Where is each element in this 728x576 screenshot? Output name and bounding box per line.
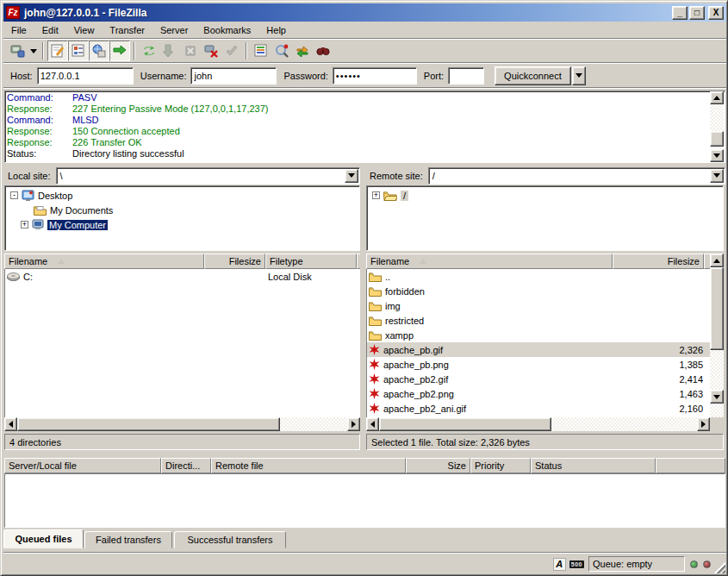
scroll-up-button[interactable] [710, 254, 724, 267]
scroll-up-button[interactable] [710, 91, 724, 104]
tree-item-my-computer[interactable]: + My Computer [5, 217, 359, 232]
password-input[interactable] [333, 67, 417, 85]
title-bar[interactable]: Fz john@127.0.0.1 - FileZilla _ □ X [3, 3, 726, 22]
menu-help[interactable]: Help [258, 23, 294, 37]
file-name: apache_pb2.gif [383, 374, 624, 385]
column-header-status[interactable]: Status [531, 458, 656, 473]
scroll-left-button[interactable] [4, 417, 17, 431]
tree-item-root[interactable]: + / [367, 188, 723, 203]
scroll-left-button[interactable] [366, 417, 379, 431]
image-file-icon [369, 403, 380, 414]
scrollbar-thumb[interactable] [379, 417, 551, 431]
remote-file-row[interactable]: apache_pb2.png1,463 [367, 386, 710, 401]
remote-vscrollbar[interactable] [710, 254, 724, 417]
column-header-filetype[interactable]: Filetype [265, 254, 357, 269]
toolbar [3, 40, 726, 62]
column-header-filesize[interactable]: Filesize [613, 254, 704, 269]
remote-site-combo[interactable]: / [428, 167, 725, 185]
scroll-down-button[interactable] [710, 149, 724, 162]
local-site-dropdown[interactable] [345, 169, 358, 183]
file-name: .. [385, 272, 624, 282]
tab-failed-transfers[interactable]: Failed transfers [84, 531, 172, 548]
local-hscrollbar[interactable] [4, 417, 360, 431]
password-label: Password: [283, 71, 327, 81]
maximize-button[interactable]: □ [689, 6, 705, 20]
scroll-down-button[interactable] [710, 390, 724, 404]
tree-item-desktop[interactable]: - Desktop [5, 188, 359, 203]
toggle-log-view-button[interactable] [47, 41, 68, 61]
disconnect-button[interactable] [201, 41, 221, 61]
remote-file-row[interactable]: .. [367, 269, 710, 284]
column-header-lastmodified[interactable]: L [357, 254, 360, 269]
remote-file-row-selected[interactable]: apache_pb.gif2,326 [367, 342, 710, 357]
column-header-priority[interactable]: Priority [470, 458, 531, 473]
synchronized-browsing-button[interactable] [292, 41, 313, 61]
log-scrollbar[interactable] [710, 91, 724, 162]
column-header-direction[interactable]: Directi... [161, 458, 211, 473]
port-input[interactable] [448, 67, 484, 85]
remote-file-row[interactable]: apache_pb2_ani.gif2,160 [367, 401, 710, 416]
toggle-local-tree-button[interactable] [68, 41, 89, 61]
toggle-queue-view-button[interactable] [109, 41, 130, 61]
column-header-filename[interactable]: Filename [4, 254, 204, 269]
column-header-filesize[interactable]: Filesize [204, 254, 265, 269]
menu-transfer[interactable]: Transfer [102, 23, 152, 37]
log-line: Response:226 Transfer OK [7, 137, 723, 148]
menu-bookmarks[interactable]: Bookmarks [196, 23, 258, 37]
queue-size-status: Queue: empty [588, 556, 685, 572]
remote-list-header: Filename Filesize [366, 254, 710, 269]
expand-icon[interactable]: + [372, 191, 380, 199]
refresh-button[interactable] [139, 41, 159, 61]
collapse-icon[interactable]: - [10, 191, 18, 199]
file-size: 1,463 [624, 389, 710, 399]
column-header-filename[interactable]: Filename [366, 254, 613, 269]
menu-server[interactable]: Server [152, 23, 196, 37]
username-input[interactable] [190, 67, 277, 85]
directory-comparison-button[interactable] [271, 41, 292, 61]
resize-grip[interactable] [714, 562, 725, 573]
column-header-size[interactable]: Size [406, 458, 470, 473]
search-button[interactable] [313, 41, 333, 61]
reconnect-button[interactable] [221, 41, 242, 61]
scrollbar-thumb[interactable] [710, 267, 724, 350]
remote-file-row[interactable]: apache_pb2.gif2,414 [367, 372, 710, 386]
expand-icon[interactable]: + [21, 221, 28, 229]
host-input[interactable] [37, 67, 134, 85]
remote-file-row[interactable]: restricted [367, 313, 710, 328]
scroll-right-button[interactable] [697, 417, 710, 431]
tab-successful-transfers[interactable]: Successful transfers [174, 531, 286, 548]
tree-item-my-documents[interactable]: My Documents [5, 203, 359, 217]
site-manager-button[interactable] [7, 41, 28, 61]
column-header-server-local-file[interactable]: Server/Local file [4, 458, 161, 473]
remote-site-dropdown[interactable] [710, 169, 724, 183]
site-manager-dropdown[interactable] [28, 41, 39, 60]
remote-hscrollbar[interactable] [366, 417, 710, 431]
port-label: Port: [424, 71, 444, 81]
cancel-operation-button[interactable] [180, 41, 201, 61]
menu-edit[interactable]: Edit [34, 23, 66, 37]
remote-file-row[interactable]: img [367, 298, 710, 313]
scrollbar-thumb[interactable] [17, 417, 280, 431]
local-file-row-c[interactable]: C: Local Disk [5, 269, 359, 284]
file-name: apache_pb.gif [383, 345, 624, 355]
directory-listing-filters-button[interactable] [251, 41, 271, 61]
remote-file-row[interactable]: xampp [367, 328, 710, 342]
close-button[interactable]: X [708, 6, 724, 20]
local-site-combo[interactable]: \ [56, 167, 360, 185]
menu-file[interactable]: File [3, 23, 34, 37]
quickconnect-button[interactable]: Quickconnect [495, 66, 571, 85]
process-queue-button[interactable] [159, 41, 180, 61]
scrollbar-thumb[interactable] [710, 131, 724, 147]
remote-site-label: Remote site: [370, 171, 423, 181]
column-header-remote-file[interactable]: Remote file [211, 458, 406, 473]
scroll-right-button[interactable] [347, 417, 360, 431]
tab-queued-files[interactable]: Queued files [3, 529, 84, 548]
quickconnect-dropdown[interactable] [572, 66, 586, 85]
file-name: apache_pb2.png [383, 389, 624, 399]
toggle-remote-tree-button[interactable] [89, 41, 109, 61]
remote-file-row[interactable]: apache_pb.png1,385 [367, 357, 710, 372]
file-size: 2,160 [624, 404, 710, 414]
menu-view[interactable]: View [66, 23, 103, 37]
remote-file-row[interactable]: forbidden [367, 284, 710, 298]
minimize-button[interactable]: _ [672, 6, 688, 20]
